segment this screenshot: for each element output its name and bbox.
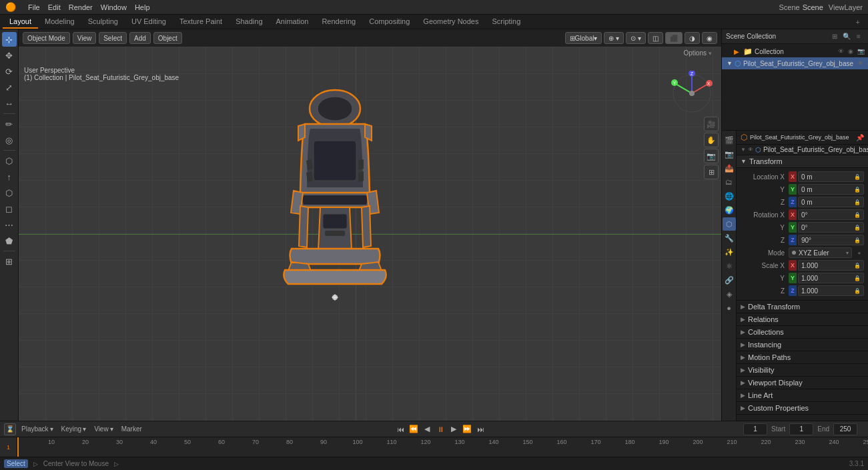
scale-y-field[interactable]: 1.000 🔒 xyxy=(798,273,864,283)
outliner-row-seat[interactable]: ▼ ⬡ Pilot_Seat_Futuristic_Grey_obj_base … xyxy=(722,57,868,69)
collection-render-icon[interactable]: 📷 xyxy=(856,47,865,56)
outliner-sort-icon[interactable]: ≡ xyxy=(853,31,864,42)
keying-button[interactable]: Keying ▾ xyxy=(59,425,89,433)
viewport-add-button[interactable]: Add xyxy=(129,32,151,44)
collections-section[interactable]: ▶ Collections xyxy=(737,326,868,339)
tab-uv-editing[interactable]: UV Editing xyxy=(125,15,173,29)
options-label[interactable]: Options xyxy=(684,49,707,57)
tab-shading[interactable]: Shading xyxy=(229,15,269,29)
tab-sculpting[interactable]: Sculpting xyxy=(81,15,125,29)
scale-z-field[interactable]: 1.000 🔒 xyxy=(798,285,864,296)
prop-icon-view-layer[interactable]: 🗂 xyxy=(723,175,736,189)
prop-icon-object[interactable]: ⬡ xyxy=(723,217,736,231)
location-x-field[interactable]: 0 m 🔒 xyxy=(798,171,864,182)
nav-grid-button[interactable]: ⊞ xyxy=(704,165,719,179)
instancing-section[interactable]: ▶ Instancing xyxy=(737,339,868,351)
scale-x-lock[interactable]: 🔒 xyxy=(854,263,861,269)
outliner-search-icon[interactable]: 🔍 xyxy=(841,31,852,42)
tab-modeling[interactable]: Modeling xyxy=(38,15,81,29)
rotation-z-field[interactable]: 90° 🔒 xyxy=(798,235,864,245)
visibility-section[interactable]: ▶ Visibility xyxy=(737,364,868,377)
menu-help[interactable]: Help xyxy=(131,0,154,14)
line-art-section[interactable]: ▶ Line Art xyxy=(737,389,868,402)
viewport-transform-button[interactable]: ⊞ Global ▾ xyxy=(565,32,602,44)
timeline-ruler[interactable]: 1 10 20 30 40 50 60 70 80 90 100 110 120… xyxy=(17,437,868,457)
outliner-filter-icon[interactable]: ⊞ xyxy=(829,31,840,42)
tool-bevel[interactable]: ◻ xyxy=(2,201,17,216)
scale-z-lock[interactable]: 🔒 xyxy=(854,288,861,294)
play-back-button[interactable]: ◀ xyxy=(421,423,433,435)
timeline-type-icon[interactable]: ⌛ xyxy=(4,423,16,435)
viewport-mode-button[interactable]: Object Mode xyxy=(23,32,70,44)
tool-annotate[interactable]: ✏ xyxy=(2,117,17,131)
add-workspace-button[interactable]: + xyxy=(851,15,865,29)
start-frame-input[interactable] xyxy=(789,423,813,435)
viewport-canvas[interactable]: User Perspective (1) Collection | Pilot_… xyxy=(19,47,721,421)
tab-animation[interactable]: Animation xyxy=(270,15,316,29)
location-y-field[interactable]: 0 m 🔒 xyxy=(798,184,864,195)
transform-section-header[interactable]: ▼ Transform xyxy=(737,155,868,168)
outliner-row-collection[interactable]: ▶ 📁 Collection 👁 ◉ 📷 xyxy=(722,45,868,57)
viewport[interactable]: Object Mode View Select Add Object ⊞ Glo… xyxy=(19,29,721,421)
tab-geometry-nodes[interactable]: Geometry Nodes xyxy=(416,15,485,29)
collection-viewport-icon[interactable]: ◉ xyxy=(846,47,855,56)
playback-button[interactable]: Playback ▾ xyxy=(19,425,56,433)
nav-hand-button[interactable]: ✋ xyxy=(704,133,719,147)
tab-layout[interactable]: Layout xyxy=(3,15,38,29)
rotation-z-lock[interactable]: 🔒 xyxy=(854,237,861,243)
prop-icon-scene2[interactable]: 🌐 xyxy=(723,189,736,203)
marker-button[interactable]: Marker xyxy=(119,425,145,433)
menu-window[interactable]: Window xyxy=(97,0,131,14)
rotation-x-field[interactable]: 0° 🔒 xyxy=(798,209,864,220)
mesh-toggle-icon[interactable]: ▼ xyxy=(741,147,746,153)
collection-visibility-icon[interactable]: 👁 xyxy=(836,47,845,56)
seat-collapse-icon[interactable]: ▼ xyxy=(727,59,733,68)
menu-edit[interactable]: Edit xyxy=(44,0,65,14)
mesh-visibility-icon[interactable]: 👁 xyxy=(748,147,753,153)
viewport-overlay-button[interactable]: ⊙ ▾ xyxy=(626,32,646,44)
location-y-lock[interactable]: 🔒 xyxy=(854,187,861,193)
prop-icon-particles[interactable]: ✨ xyxy=(723,245,736,259)
go-to-start-button[interactable]: ⏮ xyxy=(394,423,406,435)
prop-icon-data[interactable]: ◈ xyxy=(723,287,736,301)
tool-add-cube[interactable]: ⬡ xyxy=(2,153,17,168)
location-x-lock[interactable]: 🔒 xyxy=(854,174,861,180)
viewport-snap-button[interactable]: ⊕ ▾ xyxy=(604,32,624,44)
prop-icon-world[interactable]: 🌍 xyxy=(723,203,736,217)
prop-icon-material[interactable]: ● xyxy=(723,301,736,315)
rotation-x-lock[interactable]: 🔒 xyxy=(854,212,861,218)
viewport-solid-button[interactable]: ⬛ xyxy=(665,32,683,44)
prop-obj-pin[interactable]: 📌 xyxy=(856,134,864,141)
play-stop-button[interactable]: ⏸ xyxy=(434,423,446,435)
timeline-left-handle[interactable]: 1 xyxy=(0,437,17,457)
tab-scripting[interactable]: Scripting xyxy=(485,15,527,29)
nav-camera2-button[interactable]: 📷 xyxy=(704,149,719,163)
mode-dot-btn[interactable]: ● xyxy=(855,248,864,257)
tab-compositing[interactable]: Compositing xyxy=(362,15,416,29)
viewport-select-button[interactable]: Select xyxy=(99,32,127,44)
tool-cursor[interactable]: ⊹ xyxy=(2,32,17,47)
viewport-view-button[interactable]: View xyxy=(73,32,97,44)
rotation-y-lock[interactable]: 🔒 xyxy=(854,225,861,231)
viewport-object-button[interactable]: Object xyxy=(153,32,182,44)
collection-expand-icon[interactable]: ▶ xyxy=(732,47,741,56)
menu-file[interactable]: File xyxy=(24,0,44,14)
prop-icon-constraints[interactable]: 🔗 xyxy=(723,273,736,287)
scale-x-field[interactable]: 1.000 🔒 xyxy=(798,260,864,271)
tool-transform[interactable]: ↔ xyxy=(2,96,17,111)
rotation-mode-dropdown[interactable]: XYZ Euler ▾ xyxy=(789,247,852,258)
prop-icon-modifier[interactable]: 🔧 xyxy=(723,231,736,245)
prop-icon-physics[interactable]: ⚛ xyxy=(723,259,736,273)
timeline-view-button[interactable]: View ▾ xyxy=(91,425,116,433)
location-z-field[interactable]: 0 m 🔒 xyxy=(798,197,864,207)
viewport-material-button[interactable]: ◑ xyxy=(685,32,700,44)
tool-move[interactable]: ✥ xyxy=(2,48,17,63)
tool-scale[interactable]: ⤢ xyxy=(2,80,17,95)
prop-icon-scene[interactable]: 🎬 xyxy=(723,133,736,147)
jump-forward-button[interactable]: ⏩ xyxy=(461,423,473,435)
tool-loop-cut[interactable]: ⋯ xyxy=(2,217,17,232)
end-frame-input[interactable] xyxy=(833,423,857,435)
viewport-render-button[interactable]: ◉ xyxy=(702,32,717,44)
tool-inset[interactable]: ⬡ xyxy=(2,185,17,200)
jump-back-button[interactable]: ⏪ xyxy=(408,423,420,435)
